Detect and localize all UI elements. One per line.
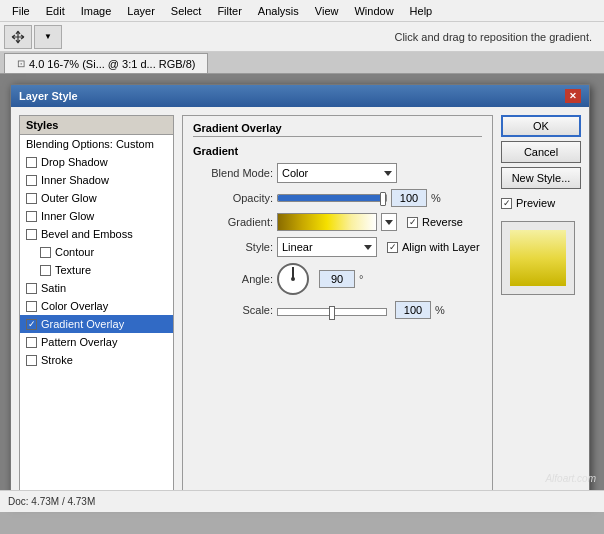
opacity-value[interactable]: 100 xyxy=(391,189,427,207)
pattern-overlay-checkbox[interactable] xyxy=(26,337,37,348)
gradient-row: Gradient: Reverse xyxy=(193,213,482,231)
menu-select[interactable]: Select xyxy=(163,3,210,19)
preview-area xyxy=(501,221,575,295)
tab-document[interactable]: ⊡ 4.0 16-7% (Si... @ 3:1 d... RGB/8) xyxy=(4,53,208,73)
style-arrow-icon xyxy=(364,245,372,250)
gradient-picker xyxy=(277,213,397,231)
style-dropdown[interactable]: Linear xyxy=(277,237,377,257)
blend-mode-dropdown[interactable]: Color xyxy=(277,163,397,183)
styles-item-inner-shadow[interactable]: Inner Shadow xyxy=(20,171,173,189)
color-overlay-checkbox[interactable] xyxy=(26,301,37,312)
buttons-panel: OK Cancel New Style... Preview xyxy=(501,115,581,495)
menu-layer[interactable]: Layer xyxy=(119,3,163,19)
gradient-bar[interactable] xyxy=(277,213,377,231)
contour-checkbox[interactable] xyxy=(40,247,51,258)
inner-glow-checkbox[interactable] xyxy=(26,211,37,222)
styles-item-stroke[interactable]: Stroke xyxy=(20,351,173,369)
menu-edit[interactable]: Edit xyxy=(38,3,73,19)
menu-filter[interactable]: Filter xyxy=(209,3,249,19)
stroke-label: Stroke xyxy=(41,354,73,366)
bevel-emboss-label: Bevel and Emboss xyxy=(41,228,133,240)
styles-panel: Styles Blending Options: Custom Drop Sha… xyxy=(19,115,174,495)
drop-shadow-checkbox[interactable] xyxy=(26,157,37,168)
main-content: Layer Style ✕ Styles Blending Options: C… xyxy=(0,74,604,512)
scale-value[interactable]: 100 xyxy=(395,301,431,319)
opacity-label: Opacity: xyxy=(193,192,273,204)
opacity-row: Opacity: 100 % xyxy=(193,189,482,207)
styles-item-blending[interactable]: Blending Options: Custom xyxy=(20,135,173,153)
tabbar: ⊡ 4.0 16-7% (Si... @ 3:1 d... RGB/8) xyxy=(0,52,604,74)
toolbar: ▼ Click and drag to reposition the gradi… xyxy=(0,22,604,52)
angle-label: Angle: xyxy=(193,273,273,285)
styles-item-drop-shadow[interactable]: Drop Shadow xyxy=(20,153,173,171)
styles-item-color-overlay[interactable]: Color Overlay xyxy=(20,297,173,315)
stroke-checkbox[interactable] xyxy=(26,355,37,366)
menu-help[interactable]: Help xyxy=(402,3,441,19)
angle-dial[interactable] xyxy=(277,263,309,295)
blending-label: Blending Options: Custom xyxy=(26,138,154,150)
opacity-slider[interactable] xyxy=(277,194,387,202)
styles-item-gradient-overlay[interactable]: Gradient Overlay xyxy=(20,315,173,333)
reverse-checkbox[interactable] xyxy=(407,217,418,228)
style-label: Style: xyxy=(193,241,273,253)
style-row: Style: Linear Align with Layer xyxy=(193,237,482,257)
gradient-overlay-checkbox[interactable] xyxy=(26,319,37,330)
outer-glow-checkbox[interactable] xyxy=(26,193,37,204)
settings-panel: Gradient Overlay Gradient Blend Mode: Co… xyxy=(182,115,493,495)
gradient-dropdown[interactable] xyxy=(381,213,397,231)
new-style-button[interactable]: New Style... xyxy=(501,167,581,189)
styles-item-inner-glow[interactable]: Inner Glow xyxy=(20,207,173,225)
subsection-title: Gradient xyxy=(193,145,482,157)
angle-unit: ° xyxy=(359,273,363,285)
scale-unit: % xyxy=(435,304,445,316)
inner-glow-label: Inner Glow xyxy=(41,210,94,222)
inner-shadow-checkbox[interactable] xyxy=(26,175,37,186)
satin-checkbox[interactable] xyxy=(26,283,37,294)
scale-label: Scale: xyxy=(193,304,273,316)
angle-value[interactable]: 90 xyxy=(319,270,355,288)
dialog-title: Layer Style xyxy=(19,90,78,102)
align-layer-row: Align with Layer xyxy=(387,241,480,253)
blend-mode-row: Blend Mode: Color xyxy=(193,163,482,183)
preview-row: Preview xyxy=(501,197,581,209)
scale-row: Scale: 100 % xyxy=(193,301,482,319)
dialog-close-button[interactable]: ✕ xyxy=(565,89,581,103)
move-tool[interactable] xyxy=(4,25,32,49)
styles-item-pattern-overlay[interactable]: Pattern Overlay xyxy=(20,333,173,351)
style-value: Linear xyxy=(282,241,313,253)
reverse-label: Reverse xyxy=(422,216,463,228)
gradient-overlay-label: Gradient Overlay xyxy=(41,318,124,330)
menu-analysis[interactable]: Analysis xyxy=(250,3,307,19)
color-overlay-label: Color Overlay xyxy=(41,300,108,312)
preview-checkbox[interactable] xyxy=(501,198,512,209)
scale-slider[interactable] xyxy=(277,308,387,316)
styles-item-bevel-emboss[interactable]: Bevel and Emboss xyxy=(20,225,173,243)
dialog-body: Styles Blending Options: Custom Drop Sha… xyxy=(11,107,589,503)
menubar: File Edit Image Layer Select Filter Anal… xyxy=(0,0,604,22)
styles-item-texture[interactable]: Texture xyxy=(20,261,173,279)
cancel-button[interactable]: Cancel xyxy=(501,141,581,163)
angle-row: Angle: 90 ° xyxy=(193,263,482,295)
pattern-overlay-label: Pattern Overlay xyxy=(41,336,117,348)
status-text: Doc: 4.73M / 4.73M xyxy=(8,496,95,507)
menu-window[interactable]: Window xyxy=(346,3,401,19)
menu-image[interactable]: Image xyxy=(73,3,120,19)
outer-glow-label: Outer Glow xyxy=(41,192,97,204)
bevel-emboss-checkbox[interactable] xyxy=(26,229,37,240)
toolbar-hint: Click and drag to reposition the gradien… xyxy=(394,31,600,43)
texture-checkbox[interactable] xyxy=(40,265,51,276)
blend-mode-label: Blend Mode: xyxy=(193,167,273,179)
align-layer-checkbox[interactable] xyxy=(387,242,398,253)
inner-shadow-label: Inner Shadow xyxy=(41,174,109,186)
ok-button[interactable]: OK xyxy=(501,115,581,137)
styles-item-contour[interactable]: Contour xyxy=(20,243,173,261)
tool-dropdown[interactable]: ▼ xyxy=(34,25,62,49)
tab-label: 4.0 16-7% (Si... @ 3:1 d... RGB/8) xyxy=(29,58,195,70)
styles-item-satin[interactable]: Satin xyxy=(20,279,173,297)
satin-label: Satin xyxy=(41,282,66,294)
styles-panel-header: Styles xyxy=(20,116,173,135)
menu-file[interactable]: File xyxy=(4,3,38,19)
menu-view[interactable]: View xyxy=(307,3,347,19)
styles-item-outer-glow[interactable]: Outer Glow xyxy=(20,189,173,207)
layer-style-dialog: Layer Style ✕ Styles Blending Options: C… xyxy=(10,84,590,504)
